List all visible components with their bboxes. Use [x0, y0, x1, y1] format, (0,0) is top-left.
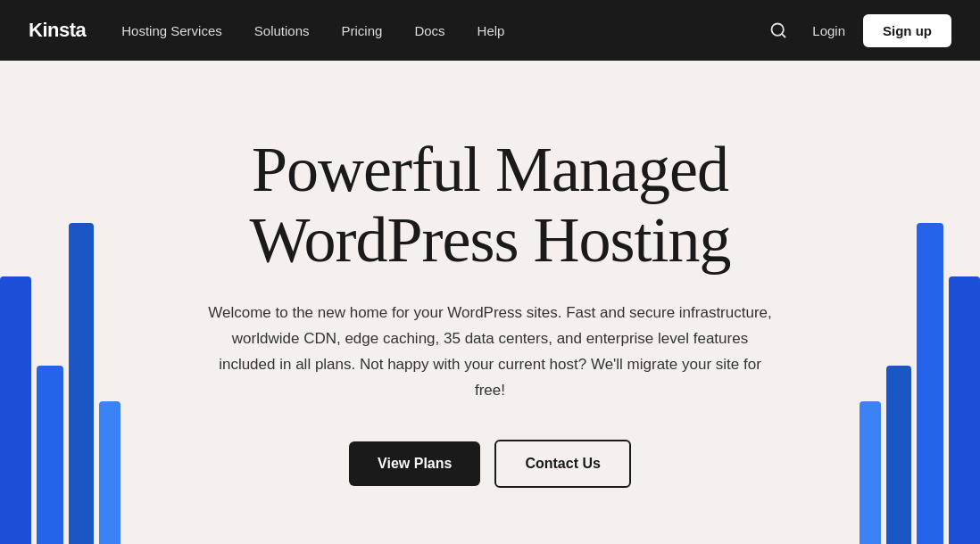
contact-us-button[interactable]: Contact Us — [494, 440, 630, 488]
pillar-right-3 — [886, 366, 911, 544]
nav-pricing[interactable]: Pricing — [342, 23, 383, 38]
search-button[interactable] — [762, 14, 794, 46]
right-pillars — [860, 223, 980, 544]
hero-section: Powerful Managed WordPress Hosting Welco… — [0, 61, 980, 544]
nav-help[interactable]: Help — [478, 23, 505, 38]
nav-links: Hosting Services Solutions Pricing Docs … — [121, 23, 504, 38]
hero-subtitle: Welcome to the new home for your WordPre… — [204, 301, 776, 404]
hero-buttons: View Plans Contact Us — [349, 440, 631, 488]
pillar-right-4 — [860, 401, 881, 544]
navbar-right: Login Sign up — [762, 14, 951, 47]
hero-title: Powerful Managed WordPress Hosting — [133, 135, 847, 276]
nav-solutions[interactable]: Solutions — [254, 23, 310, 38]
svg-line-1 — [782, 34, 785, 37]
signup-button[interactable]: Sign up — [863, 14, 951, 47]
search-icon — [769, 21, 787, 39]
pillar-left-4 — [99, 401, 120, 544]
login-button[interactable]: Login — [812, 23, 845, 38]
pillar-left-2 — [37, 366, 63, 544]
navbar: Kinsta Hosting Services Solutions Pricin… — [0, 0, 980, 61]
nav-hosting-services[interactable]: Hosting Services — [121, 23, 222, 38]
pillar-right-1 — [949, 276, 980, 544]
navbar-left: Kinsta Hosting Services Solutions Pricin… — [29, 19, 504, 42]
left-pillars — [0, 223, 120, 544]
pillar-left-3 — [69, 223, 94, 544]
view-plans-button[interactable]: View Plans — [349, 441, 480, 486]
pillar-left-1 — [0, 276, 31, 544]
pillar-right-2 — [917, 223, 943, 544]
logo[interactable]: Kinsta — [29, 19, 86, 42]
nav-docs[interactable]: Docs — [414, 23, 444, 38]
